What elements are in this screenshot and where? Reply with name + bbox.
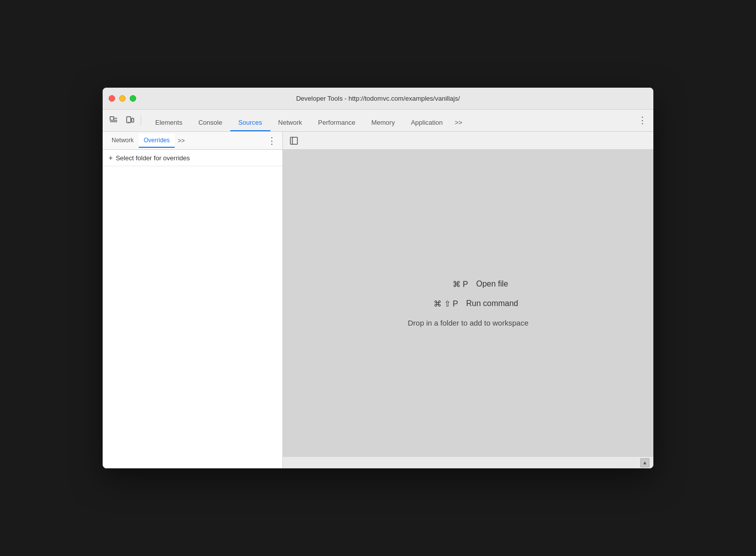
main-content-area: ⌘ P Open file ⌘ ⇧ P Run command Drop in … — [283, 150, 653, 456]
sidebar-content: + Select folder for overrides — [103, 150, 282, 468]
minimize-button[interactable] — [119, 95, 126, 102]
main-tabs: Elements Console Sources Network Perform… — [147, 115, 466, 131]
maximize-button[interactable] — [130, 95, 136, 102]
content-area: Network Overrides >> ⋮ + Select folder f… — [103, 132, 653, 468]
run-command-label: Run command — [466, 299, 518, 308]
open-file-keys: ⌘ P — [428, 280, 468, 289]
window-title: Developer Tools - http://todomvc.com/exa… — [103, 95, 653, 102]
sidebar-more-button[interactable]: ⋮ — [265, 135, 278, 146]
select-folder-button[interactable]: + Select folder for overrides — [103, 150, 282, 166]
plus-icon: + — [109, 154, 113, 162]
title-bar: Developer Tools - http://todomvc.com/exa… — [103, 88, 653, 110]
workspace-hint: Drop in a folder to add to workspace — [408, 319, 529, 327]
svg-rect-4 — [290, 137, 297, 144]
tab-overflow-button[interactable]: >> — [451, 115, 466, 131]
scroll-to-top-button[interactable]: ▲ — [640, 458, 649, 467]
run-command-keys: ⌘ ⇧ P — [418, 299, 458, 309]
sidebar-tab-overflow[interactable]: >> — [175, 137, 188, 144]
tab-network[interactable]: Network — [270, 115, 310, 131]
tab-memory[interactable]: Memory — [363, 115, 403, 131]
svg-point-3 — [128, 122, 129, 123]
bottom-bar: ▲ — [283, 456, 653, 468]
tab-bar-icons — [107, 113, 143, 131]
tab-bar-separator — [141, 115, 141, 125]
devtools-window: Developer Tools - http://todomvc.com/exa… — [103, 88, 653, 468]
sidebar-tab-network[interactable]: Network — [107, 134, 139, 148]
tab-application[interactable]: Application — [403, 115, 451, 131]
svg-rect-2 — [132, 118, 134, 122]
tab-console[interactable]: Console — [190, 115, 230, 131]
device-toggle-button[interactable] — [123, 113, 137, 127]
tab-elements[interactable]: Elements — [147, 115, 190, 131]
select-folder-label: Select folder for overrides — [116, 154, 190, 162]
close-button[interactable] — [109, 95, 115, 102]
shortcut-run-command: ⌘ ⇧ P Run command — [418, 299, 518, 309]
inspector-toggle-button[interactable] — [107, 113, 121, 127]
panel-toolbar — [283, 132, 653, 150]
tab-performance[interactable]: Performance — [310, 115, 363, 131]
sidebar-tab-bar: Network Overrides >> ⋮ — [103, 132, 282, 150]
svg-rect-0 — [110, 117, 114, 120]
more-menu-button[interactable]: ⋮ — [635, 113, 649, 127]
sidebar-tab-overrides[interactable]: Overrides — [139, 134, 175, 148]
main-panel: ⌘ P Open file ⌘ ⇧ P Run command Drop in … — [283, 132, 653, 468]
toggle-sidebar-button[interactable] — [287, 134, 301, 148]
open-file-label: Open file — [476, 280, 508, 289]
tab-bar-right: ⋮ — [635, 113, 649, 131]
shortcut-open-file: ⌘ P Open file — [428, 280, 508, 289]
main-tab-bar: Elements Console Sources Network Perform… — [103, 110, 653, 132]
sidebar: Network Overrides >> ⋮ + Select folder f… — [103, 132, 283, 468]
shortcuts-info: ⌘ P Open file ⌘ ⇧ P Run command Drop in … — [408, 280, 529, 327]
tab-sources[interactable]: Sources — [230, 115, 270, 131]
traffic-lights — [109, 95, 136, 102]
